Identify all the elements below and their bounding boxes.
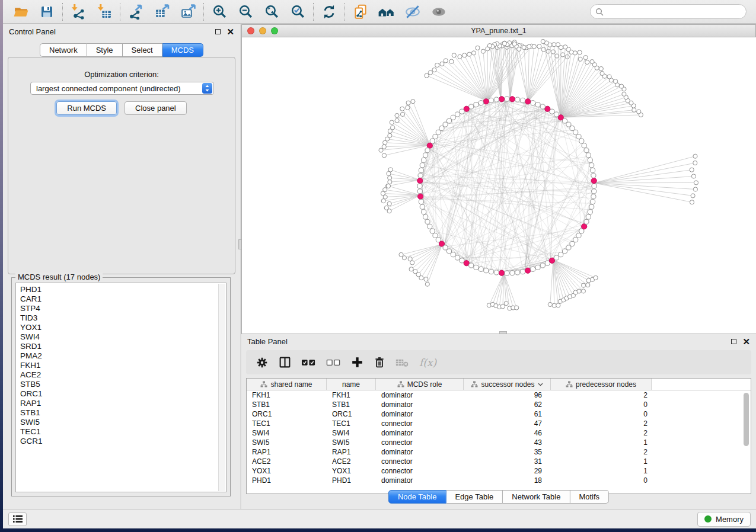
save-session-button[interactable] (34, 2, 60, 22)
table-cell: 2 (551, 419, 652, 428)
result-node[interactable]: YOX1 (20, 323, 226, 332)
export-network-button[interactable] (123, 2, 149, 22)
open-file-button[interactable] (8, 2, 34, 22)
export-image-button[interactable] (175, 2, 201, 22)
run-mcds-button[interactable]: Run MCDS (56, 101, 117, 115)
mcds-result-group: MCDS result (17 nodes) PHD1CAR1STP4TID3Y… (11, 277, 231, 496)
result-node[interactable]: PMA2 (20, 351, 226, 361)
task-list-icon (13, 515, 23, 523)
tab-mcds[interactable]: MCDS (162, 43, 203, 57)
float-table-panel-icon[interactable] (731, 339, 736, 344)
result-node[interactable]: STP4 (20, 304, 226, 313)
table-tab-motifs[interactable]: Motifs (570, 490, 609, 504)
float-panel-icon[interactable] (215, 29, 221, 34)
result-node[interactable]: GCR1 (20, 437, 226, 446)
result-node[interactable]: ORC1 (20, 389, 226, 399)
result-node[interactable]: STB1 (20, 408, 226, 418)
result-list-scrollbar[interactable] (218, 284, 225, 491)
table-tab-edge-table[interactable]: Edge Table (446, 490, 503, 504)
show-all-button[interactable] (426, 2, 452, 22)
column-header-successor-nodes[interactable]: successor nodes (464, 379, 551, 390)
zoom-selected-button[interactable] (285, 2, 311, 22)
tab-style[interactable]: Style (87, 43, 123, 57)
select-all-button[interactable] (301, 358, 316, 367)
deselect-all-button[interactable] (326, 358, 341, 367)
result-node[interactable]: ACE2 (20, 370, 226, 380)
window-close-icon[interactable] (247, 27, 254, 34)
window-zoom-icon[interactable] (271, 27, 278, 34)
column-header-name[interactable]: name (327, 379, 376, 390)
table-row[interactable]: TEC1TEC1connector472 (247, 419, 751, 428)
table-scrollbar[interactable] (743, 392, 749, 492)
horizontal-splitter-handle[interactable] (499, 331, 507, 334)
table-row[interactable]: YOX1YOX1connector291 (247, 466, 751, 476)
column-type-icon (260, 381, 267, 387)
function-builder-button-disabled: f(x) (419, 357, 436, 368)
network-graph[interactable] (242, 37, 755, 334)
network-canvas[interactable] (241, 37, 756, 334)
result-node[interactable]: RAP1 (20, 399, 226, 408)
window-minimize-icon[interactable] (259, 27, 266, 34)
delete-button[interactable] (374, 356, 385, 368)
node-table[interactable]: shared namenameMCDS rolesuccessor nodesp… (246, 378, 751, 494)
table-row[interactable]: ORC1ORC1dominator610 (247, 409, 751, 419)
table-cell: 1 (551, 438, 652, 447)
result-node[interactable]: SWI4 (20, 332, 226, 342)
criterion-dropdown[interactable]: largest connected component (undirected) (30, 82, 214, 95)
result-node[interactable]: FKH1 (20, 361, 226, 370)
close-table-panel-icon[interactable]: ✕ (742, 337, 750, 346)
mcds-result-list[interactable]: PHD1CAR1STP4TID3YOX1SWI4SRD1PMA2FKH1ACE2… (15, 283, 227, 492)
new-network-from-selection-button[interactable] (347, 2, 374, 22)
task-history-button[interactable] (8, 512, 27, 526)
first-neighbors-houses-icon (378, 4, 395, 20)
export-table-button[interactable] (149, 2, 175, 22)
close-panel-button[interactable]: Close panel (125, 101, 187, 115)
column-header-mcds-role[interactable]: MCDS role (376, 379, 464, 390)
table-row[interactable]: PHD1PHD1dominator180 (247, 476, 751, 485)
result-node[interactable]: STB5 (20, 380, 226, 389)
delete-table-icon (395, 358, 409, 367)
hide-selected-button[interactable] (400, 2, 426, 22)
tab-network[interactable]: Network (40, 43, 87, 57)
table-scrollbar-thumb[interactable] (744, 393, 749, 446)
table-tab-network-table[interactable]: Network Table (503, 490, 570, 504)
table-settings-button[interactable] (256, 356, 269, 369)
result-node[interactable]: CAR1 (20, 294, 226, 304)
search-input[interactable] (607, 7, 741, 16)
network-window-titlebar[interactable]: YPA_prune.txt_1 (241, 24, 756, 37)
zoom-out-button[interactable] (232, 2, 259, 22)
result-node[interactable]: TID3 (20, 313, 226, 323)
table-cell: dominator (376, 400, 464, 409)
export-network-icon (128, 4, 144, 20)
table-cell: PHD1 (247, 476, 327, 485)
import-table-button[interactable] (91, 2, 117, 22)
show-columns-button[interactable] (279, 356, 291, 368)
table-row[interactable]: STB1STB1dominator620 (247, 400, 751, 409)
table-row[interactable]: FKH1FKH1dominator962 (247, 390, 751, 400)
refresh-layout-button[interactable] (316, 2, 342, 22)
add-column-button[interactable] (351, 356, 363, 368)
column-header-shared-name[interactable]: shared name (247, 379, 327, 390)
table-row[interactable]: SWI5SWI5connector431 (247, 438, 751, 447)
result-node[interactable]: SRD1 (20, 342, 226, 351)
import-network-button[interactable] (65, 2, 91, 22)
table-cell: 18 (464, 476, 551, 485)
column-header-label: successor nodes (481, 380, 534, 389)
zoom-fit-button[interactable] (259, 2, 285, 22)
table-toolbar: f(x) (246, 350, 751, 374)
result-node[interactable]: SWI5 (20, 418, 226, 427)
zoom-in-button[interactable] (206, 2, 232, 22)
result-node[interactable]: TEC1 (20, 427, 226, 437)
result-node[interactable]: PHD1 (20, 285, 226, 294)
memory-button[interactable]: Memory (697, 512, 751, 527)
table-row[interactable]: RAP1RAP1dominator352 (247, 447, 751, 457)
tab-select[interactable]: Select (123, 43, 162, 57)
column-header-predecessor-nodes[interactable]: predecessor nodes (551, 379, 652, 390)
table-tab-node-table[interactable]: Node Table (388, 490, 446, 504)
table-cell: 47 (464, 419, 551, 428)
first-neighbors-button[interactable] (374, 2, 400, 22)
table-row[interactable]: SWI4SWI4dominator462 (247, 428, 751, 438)
search-box[interactable] (590, 4, 747, 19)
table-row[interactable]: ACE2ACE2connector311 (247, 457, 751, 466)
close-panel-icon[interactable]: ✕ (227, 27, 234, 36)
